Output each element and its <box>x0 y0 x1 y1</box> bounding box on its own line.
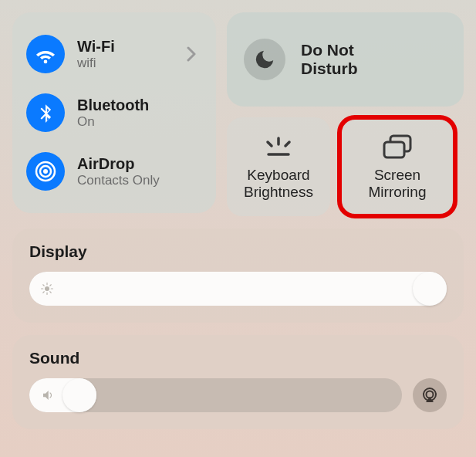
do-not-disturb-button[interactable]: Do Not Disturb <box>227 12 464 107</box>
moon-icon <box>244 39 285 80</box>
airplay-audio-button[interactable] <box>413 378 447 412</box>
sound-title: Sound <box>29 349 447 367</box>
bluetooth-text: Bluetooth On <box>77 96 202 130</box>
wifi-text: Wi-Fi wifi <box>77 38 187 71</box>
airdrop-title: AirDrop <box>77 155 202 173</box>
airdrop-row[interactable]: AirDrop Contacts Only <box>20 144 208 199</box>
connectivity-card: Wi-Fi wifi Bluetooth On <box>12 12 216 213</box>
svg-line-15 <box>50 292 52 293</box>
display-title: Display <box>29 242 447 261</box>
svg-line-6 <box>285 142 289 146</box>
sound-slider-row <box>29 378 447 412</box>
wifi-title: Wi-Fi <box>77 38 187 56</box>
airdrop-text: AirDrop Contacts Only <box>77 155 202 188</box>
svg-line-14 <box>43 285 45 286</box>
control-center-panel: Wi-Fi wifi Bluetooth On <box>0 0 476 457</box>
screen-mirroring-icon <box>380 130 414 164</box>
do-not-disturb-label: Do Not Disturb <box>301 41 358 78</box>
bluetooth-title: Bluetooth <box>77 96 202 114</box>
bluetooth-row[interactable]: Bluetooth On <box>20 85 208 140</box>
svg-line-5 <box>268 142 272 146</box>
bluetooth-sub: On <box>77 114 202 130</box>
sound-card: Sound <box>12 335 464 429</box>
screen-mirroring-label: Screen Mirroring <box>369 167 427 201</box>
sound-slider[interactable] <box>29 378 402 412</box>
airplay-icon <box>420 386 439 405</box>
bluetooth-icon <box>26 93 65 132</box>
display-slider-knob[interactable] <box>413 272 447 306</box>
chevron-right-icon[interactable] <box>187 46 202 62</box>
right-stack: Do Not Disturb Keyboard Brightness <box>227 12 464 216</box>
wifi-row[interactable]: Wi-Fi wifi <box>20 26 208 82</box>
dnd-line1: Do Not <box>301 41 354 59</box>
display-card: Display <box>12 228 464 323</box>
svg-point-9 <box>45 286 49 291</box>
display-slider[interactable] <box>29 272 447 306</box>
display-slider-fill <box>29 272 447 306</box>
svg-line-17 <box>50 285 52 286</box>
sound-slider-knob[interactable] <box>62 378 96 412</box>
svg-point-2 <box>43 169 48 174</box>
wifi-sub: wifi <box>77 56 187 71</box>
airdrop-icon <box>26 152 65 191</box>
mini-row: Keyboard Brightness Screen Mirroring <box>227 117 464 216</box>
sun-icon <box>40 282 54 296</box>
screen-mirroring-button[interactable]: Screen Mirroring <box>339 117 455 216</box>
airdrop-sub: Contacts Only <box>77 173 202 188</box>
keyboard-brightness-icon <box>261 130 296 164</box>
top-row: Wi-Fi wifi Bluetooth On <box>12 12 464 216</box>
keyboard-brightness-button[interactable]: Keyboard Brightness <box>227 117 330 216</box>
dnd-line2: Disturb <box>301 59 358 77</box>
speaker-icon <box>40 388 56 402</box>
svg-rect-8 <box>384 142 404 157</box>
keyboard-brightness-label: Keyboard Brightness <box>244 167 313 201</box>
svg-line-16 <box>43 292 45 293</box>
wifi-icon <box>26 35 65 73</box>
